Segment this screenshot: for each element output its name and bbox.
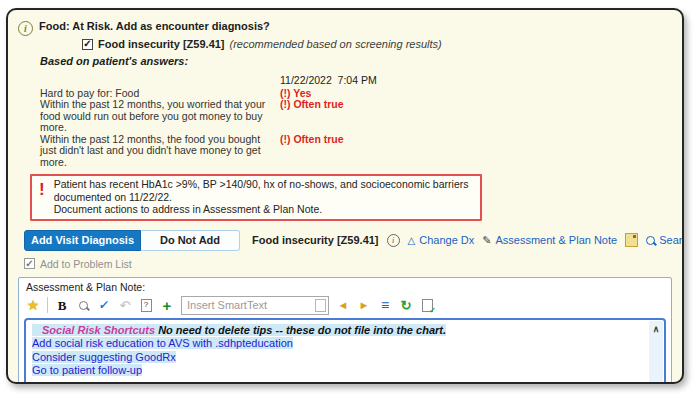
note-line-tip: Add social risk education to AVS with .s… (32, 337, 644, 351)
assessment-plan-section: Assessment & Plan Note: ★ B ✓ ↶ ? + ◄ ► … (18, 277, 672, 385)
change-dx-label: Change Dx (419, 234, 474, 246)
change-dx-icon: △ (408, 235, 416, 246)
problem-list-label: Add to Problem List (40, 258, 132, 270)
diagnosis-decision-buttons: Add Visit Diagnosis Do Not Add (24, 230, 240, 251)
template-icon[interactable]: ? (139, 297, 153, 313)
insert-list-icon[interactable]: ≡ (378, 297, 392, 313)
screening-answer: (!) Often true (280, 134, 672, 169)
tips-intro: No need to delete tips -- these do not f… (155, 324, 446, 336)
diagnosis-suggestion-line: ✓ Food insecurity [Z59.41] (recommended … (82, 38, 672, 50)
editor-scrollbar[interactable]: ∧ ∨ (649, 321, 663, 385)
tip-text: Go to patient follow-up (32, 364, 142, 376)
previous-arrow-icon[interactable]: ◄ (336, 297, 350, 313)
problem-list-checkbox[interactable]: ✓ (24, 258, 35, 269)
sticky-note-icon[interactable] (625, 233, 638, 247)
info-icon: i (18, 21, 33, 36)
note-editor[interactable]: Social Risk Shortcuts No need to delete … (24, 318, 666, 385)
insert-smarttext-input[interactable] (181, 296, 329, 315)
favorites-star-icon[interactable]: ★ (26, 297, 40, 313)
refresh-icon[interactable]: ↻ (399, 297, 413, 313)
bpa-advisory-panel: i Food: At Risk. Add as encounter diagno… (6, 8, 684, 384)
screening-answers-table: 11/22/2022 7:04 PM Hard to pay for: Food… (40, 75, 672, 168)
search-icon (646, 236, 655, 245)
action-buttons-row: Add Visit Diagnosis Do Not Add Food inse… (24, 230, 672, 251)
selected-diagnosis-label: Food insecurity [Z59.41] (252, 234, 379, 246)
change-dx-link[interactable]: △ Change Dx (408, 234, 475, 246)
advisory-header: i Food: At Risk. Add as encounter diagno… (18, 18, 672, 36)
tip-text: Add social risk education to AVS with .s… (32, 337, 293, 349)
diagnosis-recommendation-note: (recommended based on screening results) (230, 38, 442, 50)
search-link[interactable]: Search (646, 234, 684, 246)
magnifier-glyph (79, 301, 88, 310)
tips-heading: Social Risk Shortcuts (32, 324, 155, 336)
next-arrow-icon[interactable]: ► (357, 297, 371, 313)
answers-heading: Based on patient's answers: (40, 55, 672, 67)
note-blank-line (32, 378, 644, 385)
screening-answer: (!) Often true (280, 99, 672, 134)
screening-timestamp: 11/22/2022 7:04 PM (280, 75, 672, 87)
spellcheck-icon[interactable]: ✓ (96, 297, 112, 313)
document-icon[interactable]: ✓ (420, 297, 434, 313)
warning-action-text: Document actions to address in Assessmen… (54, 203, 473, 216)
add-visit-diagnosis-button[interactable]: Add Visit Diagnosis (24, 230, 141, 251)
document-check-glyph: ✓ (429, 307, 436, 315)
risk-warning-box: ! Patient has recent HbA1c >9%, BP >140/… (30, 174, 482, 221)
assessment-plan-note-link[interactable]: ✎ Assessment & Plan Note (482, 234, 617, 247)
assessment-plan-label: Assessment & Plan Note: (26, 281, 666, 293)
pencil-icon: ✎ (482, 234, 491, 247)
smarttext-phrase-icon[interactable] (315, 299, 326, 312)
note-line-tip: Go to patient follow-up (32, 364, 644, 378)
toolbar-separator (47, 297, 48, 313)
advisory-title: Food: At Risk. Add as encounter diagnosi… (39, 18, 270, 32)
warning-text: Patient has recent HbA1c >9%, BP >140/90… (54, 178, 473, 203)
scroll-up-icon[interactable]: ∧ (653, 321, 660, 339)
diagnosis-label: Food insecurity [Z59.41] (98, 38, 225, 50)
smarttext-field-wrap (181, 296, 329, 315)
tip-text: Consider suggesting GoodRx (32, 351, 176, 363)
search-label: Search (659, 234, 684, 246)
diagnosis-info-icon[interactable]: i (387, 234, 400, 247)
note-line-tip: Consider suggesting GoodRx (32, 351, 644, 365)
zoom-icon[interactable] (76, 297, 90, 313)
undo-icon[interactable]: ↶ (118, 297, 132, 313)
assessment-plan-note-label: Assessment & Plan Note (496, 234, 618, 246)
note-line-tips-header: Social Risk Shortcuts No need to delete … (32, 324, 644, 338)
editor-toolbar: ★ B ✓ ↶ ? + ◄ ► ≡ ↻ ✓ (24, 295, 666, 318)
add-to-problem-list-row: ✓ Add to Problem List (24, 258, 672, 270)
screening-question: Within the past 12 months, the food you … (40, 134, 280, 169)
exclamation-icon: ! (39, 178, 45, 216)
diagnosis-checkbox[interactable]: ✓ (82, 39, 93, 50)
bold-icon[interactable]: B (55, 297, 69, 313)
template-page-glyph: ? (141, 299, 152, 312)
screening-question: Within the past 12 months, you worried t… (40, 99, 280, 134)
warning-body: Patient has recent HbA1c >9%, BP >140/90… (54, 178, 473, 216)
add-icon[interactable]: + (160, 297, 174, 313)
do-not-add-button[interactable]: Do Not Add (141, 230, 240, 251)
